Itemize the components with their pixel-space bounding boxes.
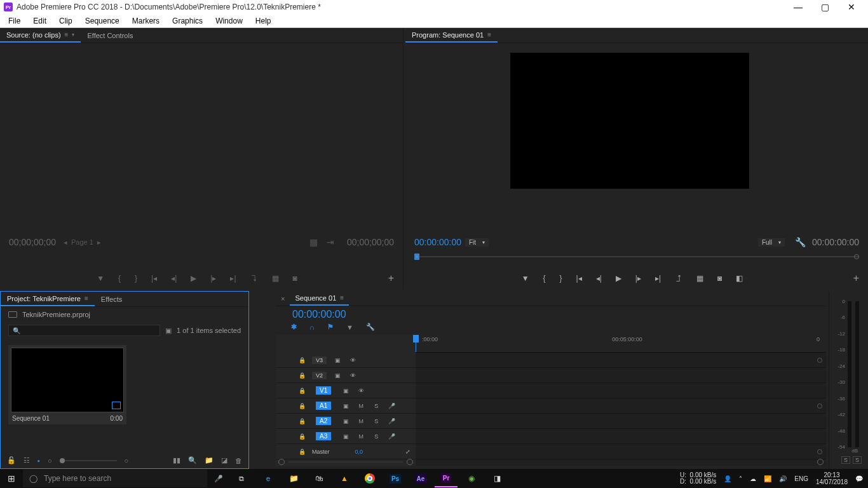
button-editor-icon[interactable]: +: [388, 273, 394, 284]
step-fwd-icon[interactable]: |▸: [210, 274, 216, 283]
go-out-icon[interactable]: ▸|: [655, 274, 661, 283]
toggle-output-icon[interactable]: 👁: [348, 372, 357, 379]
tray-notifications-icon[interactable]: 💬: [855, 475, 863, 482]
marker-icon[interactable]: ▼: [346, 323, 353, 331]
explorer-icon[interactable]: 📁: [282, 470, 305, 487]
add-marker-icon[interactable]: ▼: [522, 274, 529, 283]
tab-project[interactable]: Project: TeknikPremiere ≡: [1, 292, 95, 306]
track-master[interactable]: 🔒Master0,0⤢: [276, 444, 416, 459]
button-editor-icon[interactable]: +: [853, 273, 859, 284]
tray-lang[interactable]: ENG: [794, 475, 808, 482]
tab-program[interactable]: Program: Sequence 01 ≡: [405, 29, 498, 43]
program-tc[interactable]: 00:00:00:00: [414, 237, 461, 247]
play-icon[interactable]: ▶: [616, 274, 621, 283]
task-view-icon[interactable]: ⧉: [230, 475, 253, 483]
page-prev-icon[interactable]: ◂: [64, 238, 67, 247]
tray-up-icon[interactable]: ˄: [739, 475, 742, 482]
panel-menu-icon[interactable]: ≡: [487, 31, 491, 38]
step-fwd-icon[interactable]: |▸: [635, 274, 641, 283]
lock-icon[interactable]: 🔒: [299, 433, 306, 440]
menu-file[interactable]: File: [3, 15, 26, 27]
tab-effects[interactable]: Effects: [95, 293, 128, 306]
delete-icon[interactable]: 🗑: [235, 457, 242, 464]
maximize-button[interactable]: ▢: [812, 2, 837, 12]
menu-graphics[interactable]: Graphics: [166, 15, 208, 27]
tray-people-icon[interactable]: 👤: [724, 475, 731, 482]
add-marker-icon[interactable]: ▼: [97, 274, 104, 283]
go-in-icon[interactable]: |◂: [576, 274, 582, 283]
project-search[interactable]: 🔍: [8, 325, 160, 336]
lock-icon[interactable]: 🔒: [299, 449, 306, 455]
resolution-select[interactable]: Full▾: [758, 238, 785, 247]
find-icon[interactable]: 🔍: [188, 456, 197, 464]
overwrite-icon[interactable]: ▦: [272, 274, 279, 283]
tab-effect-controls[interactable]: Effect Controls: [81, 29, 139, 42]
extract-icon[interactable]: ▦: [696, 274, 703, 283]
comparison-icon[interactable]: ◧: [736, 274, 743, 283]
mark-out-icon[interactable]: }: [135, 274, 137, 283]
track-a2[interactable]: 🔒A2▣MS🎤: [276, 414, 416, 429]
coreldraw-icon[interactable]: ◉: [460, 470, 483, 487]
lock-icon[interactable]: 🔒: [299, 372, 306, 379]
insert-icon[interactable]: ⮧: [250, 274, 258, 283]
mark-in-icon[interactable]: {: [543, 274, 546, 283]
mark-out-icon[interactable]: }: [560, 274, 562, 283]
menu-window[interactable]: Window: [210, 15, 248, 27]
menu-edit[interactable]: Edit: [27, 15, 52, 27]
lock-icon[interactable]: 🔒: [299, 357, 306, 363]
sort-icon[interactable]: ▮▮: [173, 456, 180, 464]
premiere-icon[interactable]: Pr: [435, 470, 458, 487]
tray-onedrive-icon[interactable]: ☁: [750, 475, 756, 482]
menu-clip[interactable]: Clip: [53, 15, 78, 27]
photoshop-icon[interactable]: Ps: [384, 470, 407, 487]
lock-icon[interactable]: 🔒: [299, 403, 306, 409]
snap-icon[interactable]: ∩: [309, 323, 315, 331]
project-item[interactable]: Sequence 01 0:00: [8, 345, 126, 424]
edge-icon[interactable]: ｅ: [257, 470, 280, 487]
track-a3[interactable]: 🔒A3▣MS🎤: [276, 429, 416, 444]
program-monitor[interactable]: [510, 53, 749, 189]
track-v2[interactable]: 🔒V2▣👁: [276, 368, 416, 383]
new-item-icon[interactable]: ◪: [221, 456, 227, 464]
menu-markers[interactable]: Markers: [126, 15, 165, 27]
page-next-icon[interactable]: ▸: [97, 238, 101, 247]
lift-icon[interactable]: ⮥: [675, 274, 682, 283]
step-back-icon[interactable]: ◂|: [596, 274, 602, 283]
menu-sequence[interactable]: Sequence: [79, 15, 125, 27]
track-v1[interactable]: 🔒V1▣👁: [276, 383, 416, 398]
timeline-tracks[interactable]: :00:00 00:05:00:00 0: [416, 335, 826, 466]
source-overlay-icon[interactable]: ⇥: [327, 237, 334, 247]
sync-lock-icon[interactable]: ▣: [333, 372, 342, 379]
track-v3[interactable]: 🔒V3▣👁: [276, 353, 416, 368]
menu-help[interactable]: Help: [250, 15, 277, 27]
export-frame-icon[interactable]: ◙: [293, 274, 297, 283]
go-out-icon[interactable]: ▸|: [230, 274, 236, 283]
tab-sequence[interactable]: Sequence 01 ≡: [290, 292, 349, 306]
panel-menu-icon[interactable]: ≡: [85, 295, 88, 302]
time-ruler[interactable]: :00:00 00:05:00:00 0: [416, 335, 826, 353]
zoom-out-icon[interactable]: ○: [48, 457, 52, 464]
list-view-icon[interactable]: ☷: [24, 456, 30, 464]
source-fit-icon[interactable]: ▦: [309, 237, 318, 247]
lock-icon[interactable]: 🔒: [299, 418, 306, 424]
write-lock-icon[interactable]: 🔓: [7, 456, 16, 464]
sync-lock-icon[interactable]: ▣: [341, 418, 350, 424]
timeline-tc[interactable]: 00:00:00:00: [276, 306, 826, 322]
panel-menu-icon[interactable]: ≡: [340, 294, 344, 301]
export-frame-icon[interactable]: ◙: [717, 274, 722, 283]
toggle-output-icon[interactable]: 👁: [356, 388, 365, 394]
thumb-size-slider[interactable]: [60, 460, 117, 461]
linked-selection-icon[interactable]: ⚑: [327, 323, 334, 331]
playhead[interactable]: [416, 335, 416, 352]
tray-volume-icon[interactable]: 🔊: [779, 475, 787, 482]
tray-date[interactable]: 14/07/2018: [816, 478, 848, 485]
new-bin-icon[interactable]: 📁: [205, 456, 214, 464]
step-back-icon[interactable]: ◂|: [171, 274, 177, 283]
close-button[interactable]: ✕: [839, 2, 864, 12]
lock-icon[interactable]: 🔒: [299, 388, 306, 394]
chrome-icon[interactable]: [358, 470, 381, 487]
app-icon[interactable]: ▲: [333, 470, 356, 487]
icon-view-icon[interactable]: ▪: [37, 457, 40, 464]
sync-lock-icon[interactable]: ▣: [341, 403, 350, 409]
start-button[interactable]: ⊞: [0, 473, 23, 484]
